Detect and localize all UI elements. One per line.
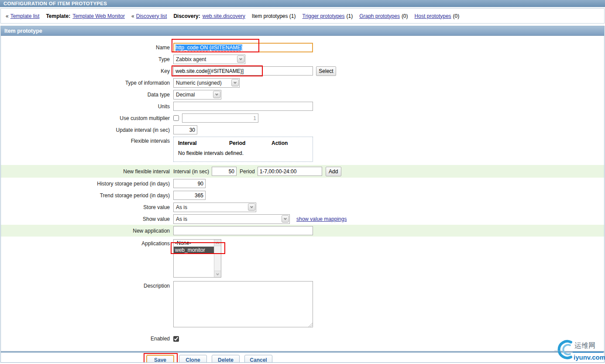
applications-option-none[interactable]: -None- <box>174 240 214 247</box>
delete-button[interactable]: Delete <box>212 355 240 363</box>
host-prototypes-count: (0) <box>453 13 460 19</box>
new-application-input[interactable] <box>173 226 313 235</box>
data-type-value: Decimal <box>176 92 195 98</box>
nfi-period-input[interactable] <box>258 167 322 176</box>
show-value-label: Show value <box>1 216 173 222</box>
update-interval-input[interactable] <box>173 125 197 134</box>
nfi-interval-label: Interval (in sec) <box>173 168 209 175</box>
breadcrumb-graph-prototypes: Graph prototypes (0) <box>359 13 408 19</box>
item-prototype-widget: Item prototype Name http_code ON {#SITEN… <box>0 26 605 363</box>
row-type-of-information: Type of information Numeric (unsigned) <box>1 77 604 89</box>
widget-header: Item prototype <box>1 26 604 36</box>
key-input[interactable] <box>173 66 313 76</box>
trigger-prototypes-link[interactable]: Trigger prototypes <box>302 13 345 19</box>
trend-input[interactable] <box>173 191 206 200</box>
discovery-link[interactable]: web.site.discovery <box>203 13 245 19</box>
listbox-scrollbar[interactable] <box>214 240 221 277</box>
use-custom-multiplier-checkbox[interactable] <box>173 115 179 121</box>
row-applications: Applications -None- web_monitor <box>1 237 604 279</box>
site-watermark: 运维网 iyunv.com <box>554 338 603 364</box>
row-description: Description <box>1 279 604 328</box>
page-title: CONFIGURATION OF ITEM PROTOTYPES <box>3 1 107 6</box>
row-enabled: Enabled <box>1 333 604 345</box>
chevron-down-icon <box>213 91 220 98</box>
breadcrumb-host-prototypes: Host prototypes (0) <box>415 13 460 19</box>
row-new-flexible-interval: New flexible interval Interval (in sec) … <box>1 165 604 178</box>
custom-multiplier-input[interactable] <box>182 113 258 123</box>
history-input[interactable] <box>173 179 206 188</box>
row-history: History storage period (in days) <box>1 178 604 189</box>
show-value-mappings-link[interactable]: show value mappings <box>296 216 347 222</box>
type-select[interactable]: Zabbix agent <box>173 55 245 64</box>
row-flexible-intervals: Flexible intervals Interval Period Actio… <box>1 136 604 163</box>
applications-listbox[interactable]: -None- web_monitor <box>173 239 221 278</box>
nfi-period-label: Period <box>240 168 255 175</box>
back-chevron-icon: « <box>131 13 134 19</box>
data-type-label: Data type <box>1 92 173 98</box>
type-of-information-select[interactable]: Numeric (unsigned) <box>173 78 240 88</box>
applications-option-web-monitor[interactable]: web_monitor <box>174 247 214 254</box>
graph-prototypes-count: (0) <box>402 13 408 19</box>
save-button[interactable]: Save <box>146 355 174 363</box>
chevron-down-icon <box>237 55 244 63</box>
chevron-down-icon <box>248 203 255 211</box>
row-show-value: Show value As is show value mappings <box>1 213 604 225</box>
trigger-prototypes-count: (1) <box>346 13 353 19</box>
row-use-custom-multiplier: Use custom multiplier <box>1 112 604 124</box>
template-link[interactable]: Template Web Monitor <box>72 13 125 19</box>
widget-title: Item prototype <box>4 28 42 34</box>
cancel-button[interactable]: Cancel <box>244 355 272 363</box>
clone-button[interactable]: Clone <box>179 355 207 363</box>
type-of-information-label: Type of information <box>1 80 173 86</box>
chevron-down-icon <box>282 215 289 223</box>
breadcrumb-template-list[interactable]: « Template list <box>6 13 39 19</box>
page-title-bar: CONFIGURATION OF ITEM PROTOTYPES <box>0 0 605 7</box>
name-input[interactable]: http_code ON {#SITENAME} <box>173 43 313 52</box>
resize-grip-icon[interactable] <box>308 323 313 327</box>
type-of-information-value: Numeric (unsigned) <box>176 80 222 86</box>
type-label: Type <box>1 56 173 62</box>
store-value-select[interactable]: As is <box>173 203 256 212</box>
breadcrumb-template: Template: Template Web Monitor <box>46 13 125 19</box>
graph-prototypes-link[interactable]: Graph prototypes <box>359 13 400 19</box>
flex-col-action: Action <box>272 140 306 146</box>
discovery-list-link[interactable]: Discovery list <box>136 13 167 19</box>
description-label: Description <box>1 279 173 289</box>
new-flexible-interval-label: New flexible interval <box>1 168 173 175</box>
store-value-label: Store value <box>1 204 173 210</box>
row-type: Type Zabbix agent <box>1 53 604 65</box>
flexible-intervals-empty-text: No flexible intervals defined. <box>178 150 308 156</box>
show-value-value: As is <box>176 216 187 222</box>
name-label: Name <box>1 45 173 51</box>
show-value-select[interactable]: As is <box>173 214 290 224</box>
update-interval-label: Update interval (in sec) <box>1 127 173 133</box>
enabled-checkbox[interactable] <box>173 336 179 342</box>
name-input-value: http_code ON {#SITENAME} <box>175 45 242 51</box>
breadcrumb-discovery-list[interactable]: « Discovery list <box>131 13 167 19</box>
units-label: Units <box>1 103 173 110</box>
chevron-down-icon <box>231 79 239 86</box>
row-units: Units <box>1 100 604 112</box>
key-select-button[interactable]: Select <box>316 66 336 76</box>
history-label: History storage period (in days) <box>1 181 173 187</box>
flex-col-period: Period <box>229 140 272 146</box>
watermark-cn-text: 运维网 <box>574 341 595 350</box>
nfi-interval-input[interactable] <box>212 167 237 176</box>
units-input[interactable] <box>173 102 313 111</box>
nfi-add-button[interactable]: Add <box>326 167 341 176</box>
row-update-interval: Update interval (in sec) <box>1 124 604 136</box>
item-prototypes-current: Item prototypes (1) <box>252 13 296 19</box>
scroll-up-icon[interactable] <box>214 240 221 246</box>
flexible-intervals-label: Flexible intervals <box>1 136 173 144</box>
row-name: Name http_code ON {#SITENAME} <box>1 41 604 53</box>
row-trend: Trend storage period (in days) <box>1 189 604 201</box>
store-value-value: As is <box>176 204 187 210</box>
description-textarea[interactable] <box>173 281 313 327</box>
flex-col-interval: Interval <box>178 140 229 146</box>
scroll-down-icon[interactable] <box>214 271 221 277</box>
template-list-link[interactable]: Template list <box>10 13 40 19</box>
host-prototypes-link[interactable]: Host prototypes <box>415 13 451 19</box>
applications-label: Applications <box>1 237 173 247</box>
data-type-select[interactable]: Decimal <box>173 90 221 100</box>
enabled-label: Enabled <box>1 336 173 342</box>
